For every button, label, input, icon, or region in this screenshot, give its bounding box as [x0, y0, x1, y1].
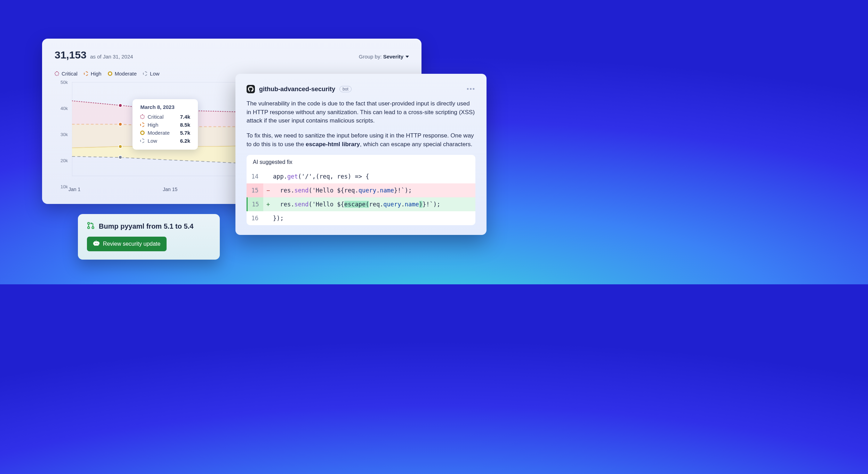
bot-paragraph-2: To fix this, we need to sanitize the inp… — [247, 132, 475, 149]
high-marker-icon — [140, 123, 145, 127]
as-of-date: as of Jan 31, 2024 — [90, 54, 133, 60]
tooltip-row-moderate: Moderate 5.7k — [140, 129, 190, 137]
y-tick: 30k — [61, 132, 68, 137]
alert-count: 31,153 — [55, 49, 87, 61]
diff-plus-icon: + — [263, 197, 273, 211]
code-line-15-added: 15 + res.send('Hello ${escape(req.query.… — [247, 197, 475, 211]
svg-point-3 — [92, 227, 94, 229]
critical-marker-icon — [140, 114, 145, 119]
diff-minus-icon: − — [263, 183, 273, 197]
y-tick: 40k — [61, 106, 68, 111]
github-logo-icon — [247, 85, 255, 93]
moderate-marker-icon — [140, 131, 145, 135]
pull-request-icon — [87, 222, 95, 231]
tooltip-date: March 8, 2023 — [140, 104, 190, 110]
code-line-16: 16 }); — [247, 211, 475, 225]
bot-badge: bot — [339, 86, 352, 92]
x-tick: Jan 1 — [69, 187, 80, 192]
low-marker-icon — [143, 71, 147, 76]
code-line-14: 14 app.get('/',(req, res) => { — [247, 169, 475, 183]
tooltip-row-critical: Critical 7.4k — [140, 113, 190, 121]
bot-author-name[interactable]: github-advanced-security — [259, 86, 335, 93]
chart-tooltip: March 8, 2023 Critical 7.4k High 8.5k Mo… — [132, 99, 198, 150]
review-button-label: Review security update — [103, 241, 160, 247]
bump-title-row: Bump pyyaml from 5.1 to 5.4 — [87, 222, 211, 231]
code-line-15-removed: 15 − res.send('Hello ${req.query.name}!`… — [247, 183, 475, 197]
dependabot-icon — [93, 240, 99, 248]
security-bot-comment-card: github-advanced-security bot ••• The vul… — [235, 74, 487, 235]
dependabot-bump-card: Bump pyyaml from 5.1 to 5.4 Review secur… — [78, 214, 220, 260]
moderate-marker-icon — [108, 71, 112, 76]
ai-suggested-fix-card: AI suggested fix 14 app.get('/',(req, re… — [247, 155, 475, 225]
kebab-menu-icon[interactable]: ••• — [467, 86, 475, 93]
group-by-label: Group by: — [359, 54, 382, 60]
group-by-dropdown[interactable]: Group by: Severity — [359, 54, 409, 60]
x-tick: Jan 15 — [163, 187, 177, 192]
legend-critical[interactable]: Critical — [55, 71, 78, 77]
review-security-update-button[interactable]: Review security update — [87, 237, 167, 251]
tooltip-row-low: Low 6.2k — [140, 137, 190, 145]
y-tick: 20k — [61, 158, 68, 163]
bot-paragraph-1: The vulnerability in the code is due to … — [247, 100, 475, 125]
high-marker-icon — [84, 71, 88, 76]
legend-high[interactable]: High — [84, 71, 102, 77]
chart-count-header: 31,153 as of Jan 31, 2024 — [55, 49, 133, 61]
legend-moderate[interactable]: Moderate — [108, 71, 137, 77]
chart-point-low[interactable] — [118, 155, 122, 159]
y-tick: 50k — [61, 80, 68, 85]
legend-low[interactable]: Low — [143, 71, 160, 77]
y-tick: 10k — [61, 184, 68, 189]
tooltip-row-high: High 8.5k — [140, 121, 190, 129]
low-marker-icon — [140, 139, 145, 143]
bot-comment-body: The vulnerability in the code is due to … — [247, 100, 475, 149]
bump-title-text: Bump pyyaml from 5.1 to 5.4 — [99, 222, 193, 230]
chevron-down-icon — [405, 56, 409, 58]
chart-point-critical[interactable] — [118, 103, 122, 108]
group-by-value: Severity — [383, 54, 403, 60]
chart-point-moderate[interactable] — [118, 144, 122, 149]
svg-point-1 — [88, 222, 90, 224]
svg-point-2 — [88, 227, 90, 229]
critical-marker-icon — [55, 71, 59, 76]
chart-point-high[interactable] — [118, 122, 122, 126]
code-card-title: AI suggested fix — [247, 155, 475, 169]
